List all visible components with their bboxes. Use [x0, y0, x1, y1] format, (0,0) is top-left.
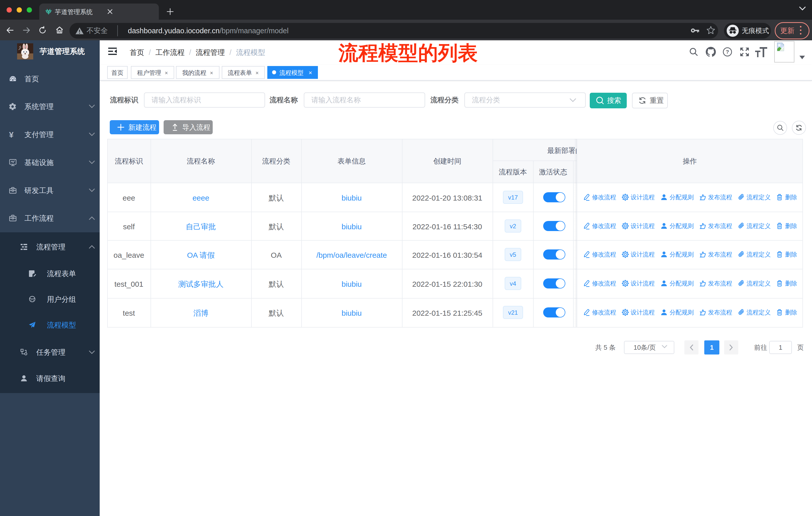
svg-text:?: ?	[726, 49, 729, 55]
